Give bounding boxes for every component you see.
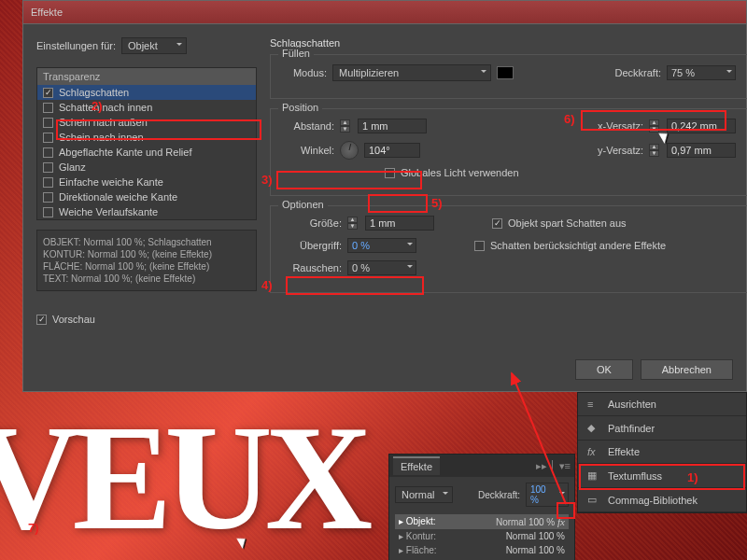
effect-label: Schlagschatten [59,87,129,98]
cursor-icon [239,536,250,551]
fx-row[interactable]: ▸ Kontur:Normal 100 % [395,529,569,543]
panel-item-ausrichten[interactable]: ≡Ausrichten [578,393,746,416]
effect-checkbox[interactable] [43,177,53,188]
x-offset-label: x-Versatz: [598,120,643,132]
effect-checkbox[interactable] [43,162,53,173]
effect-item[interactable]: Schein nach innen [37,130,256,145]
effects-list-header: Transparenz [37,68,256,85]
shadow-title: Schlagschatten [270,37,747,49]
effect-label: Schatten nach innen [59,102,152,113]
fx-opacity-input[interactable]: 100 % [526,483,569,507]
panel-label: Pathfinder [608,423,655,434]
options-group: Optionen Größe: ▲▼ Objekt spart Schatten… [270,205,747,293]
dialog-titlebar: Effekte [22,0,747,24]
panel-label: Ausrichten [608,399,656,410]
effect-label: Weiche Verlaufskante [59,206,158,217]
effect-item[interactable]: Abgeflachte Kante und Relief [37,145,256,160]
effect-label: Glanz [59,161,86,173]
angle-label: Winkel: [282,145,334,156]
other-effects-checkbox[interactable] [474,241,485,251]
settings-for-label: Einstellungen für: [36,40,116,51]
cursor-icon [661,131,672,146]
dialog-title: Effekte [31,7,63,18]
effect-item[interactable]: Schein nach außen [37,115,256,130]
annotation-3: 3) [261,173,273,187]
size-input[interactable] [365,216,434,231]
fx-row[interactable]: ▸ Fläche:Normal 100 % [395,543,569,557]
panel-item-effekte[interactable]: fxEffekte [578,441,746,464]
panel-item-commag-bibliothek[interactable]: ▭Commag-Bibliothek [578,488,746,512]
effect-checkbox[interactable] [43,88,53,98]
fill-group: Füllen Modus: Multiplizieren Deckkraft: … [270,54,747,99]
fx-mode-dropdown[interactable]: Normal [395,486,453,503]
x-offset-stepper[interactable]: ▲▼ [649,119,659,133]
effect-checkbox[interactable] [43,192,53,203]
side-panels: ≡Ausrichten◆PathfinderfxEffekte▦Textumfl… [577,392,747,513]
annotation-6: 6) [564,112,575,126]
knockout-label: Objekt spart Schatten aus [508,217,627,229]
shadow-color-swatch[interactable] [497,66,514,79]
mode-dropdown[interactable]: Multiplizieren [332,64,491,81]
panel-icon: ◆ [587,422,600,434]
spread-label: Übergriff: [282,240,342,251]
panel-label: Textumfluss [608,470,662,482]
panel-icon: ▭ [587,494,600,506]
effect-label: Schein nach innen [59,132,144,143]
cancel-button[interactable]: Abbrechen [641,359,733,380]
effect-label: Schein nach außen [59,117,148,128]
opacity-label: Deckkraft: [614,67,661,78]
effect-checkbox[interactable] [43,207,53,217]
noise-input[interactable]: 0 % [347,260,416,275]
effect-item[interactable]: Glanz [37,160,256,175]
effect-item[interactable]: Direktionale weiche Kante [37,189,256,204]
ok-button[interactable]: OK [575,359,633,380]
annotation-2: 2) [92,99,103,113]
effect-label: Abgeflachte Kante und Relief [59,147,192,158]
effect-label: Einfache weiche Kante [59,176,163,188]
fx-row[interactable]: ▸ Objekt:Normal 100 % fx [395,514,569,529]
effect-item[interactable]: Schatten nach innen [37,100,256,115]
panel-item-pathfinder[interactable]: ◆Pathfinder [578,416,746,441]
annotation-7: 7) [28,521,39,535]
knockout-checkbox[interactable] [492,218,502,229]
effect-checkbox[interactable] [43,133,53,143]
preview-label: Vorschau [52,314,95,325]
annotation-5: 5) [431,196,443,210]
mode-label: Modus: [282,67,327,78]
global-light-label: Globales Licht verwenden [401,167,519,178]
effect-checkbox[interactable] [43,147,53,158]
panel-icon: ≡ [587,399,600,410]
effect-checkbox[interactable] [43,103,53,113]
effect-item[interactable]: Weiche Verlaufskante [37,204,256,219]
size-stepper[interactable]: ▲▼ [347,217,358,230]
panel-label: Commag-Bibliothek [608,495,698,506]
effects-panel-tab[interactable]: Effekte [393,456,440,475]
angle-dial[interactable] [340,141,359,160]
settings-for-dropdown[interactable]: Objekt [121,37,187,54]
distance-stepper[interactable]: ▲▼ [340,119,350,133]
distance-label: Abstand: [282,120,334,132]
annotation-4: 4) [261,278,273,292]
x-offset-input[interactable] [667,119,736,133]
object-info: OBJEKT: Normal 100 %; SchlagschattenKONT… [36,230,257,291]
global-light-checkbox[interactable] [385,168,395,178]
y-offset-stepper[interactable]: ▲▼ [649,144,659,157]
panel-item-textumfluss[interactable]: ▦Textumfluss [578,464,746,488]
position-group: Position Abstand: ▲▼ x-Versatz: ▲▼ Winke… [270,108,747,196]
panel-icon: fx [587,446,600,457]
distance-input[interactable] [358,119,427,133]
opacity-input[interactable]: 75 % [667,65,736,80]
size-label: Größe: [282,217,342,229]
effect-item[interactable]: Einfache weiche Kante [37,175,256,189]
panel-label: Effekte [608,446,640,457]
effects-dialog: Einstellungen für: Objekt Transparenz Sc… [22,24,747,392]
preview-checkbox[interactable] [36,315,47,325]
panel-icon: ▦ [587,469,600,482]
angle-input[interactable] [364,143,420,158]
background-text: VEUX [0,392,365,560]
effect-item[interactable]: Schlagschatten [37,85,256,100]
y-offset-input[interactable] [667,143,736,158]
effect-checkbox[interactable] [43,118,53,128]
noise-label: Rauschen: [282,262,342,273]
spread-input[interactable]: 0 % [347,238,416,253]
